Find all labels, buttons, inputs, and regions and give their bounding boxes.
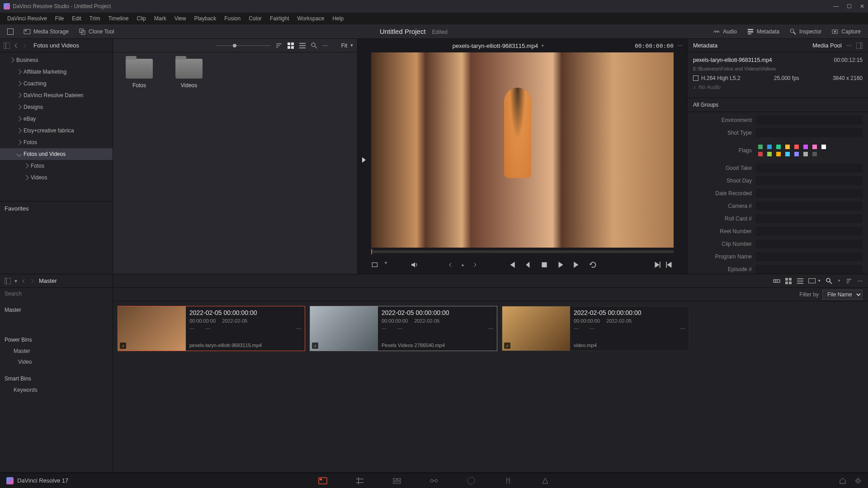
filter-dropdown[interactable]: File Name: [822, 290, 863, 300]
deliver-page-icon[interactable]: [540, 476, 550, 486]
flag-swatch[interactable]: [785, 152, 790, 156]
nav-back-icon[interactable]: [13, 42, 19, 49]
meta-value[interactable]: [755, 214, 863, 223]
meta-value[interactable]: [755, 164, 863, 173]
tree-node-designs[interactable]: Designs: [0, 101, 113, 113]
tree-node-etsy-creative-fabrica[interactable]: Etsy+creative fabrica: [0, 125, 113, 136]
meta-value[interactable]: [755, 176, 863, 185]
chevron-down-icon[interactable]: ▼: [384, 261, 388, 269]
clone-tool-button[interactable]: Clone Tool: [76, 27, 117, 37]
menu-timeline[interactable]: Timeline: [104, 14, 132, 23]
menu-help[interactable]: Help: [329, 14, 347, 23]
meta-value[interactable]: [755, 143, 863, 158]
flag-swatch[interactable]: [767, 152, 772, 156]
clip-card[interactable]: ♪2022-02-05 00:00:00:0000:00:00:002022-0…: [310, 306, 497, 351]
flag-swatch[interactable]: [767, 145, 772, 149]
meta-value[interactable]: [755, 189, 863, 198]
tree-node-affiliate-marketing[interactable]: Affiliate Marketing: [0, 66, 113, 78]
menu-view[interactable]: View: [171, 14, 190, 23]
next-mark-icon[interactable]: [472, 262, 478, 267]
menu-davinci-resolve[interactable]: DaVinci Resolve: [4, 14, 51, 23]
clip-card[interactable]: ♪2022-02-05 00:00:00:0000:00:00:002022-0…: [502, 306, 689, 351]
flag-swatch[interactable]: [821, 152, 826, 156]
tree-node-ebay[interactable]: eBay: [0, 113, 113, 125]
pool-search-chevron-icon[interactable]: ▼: [837, 279, 841, 283]
close-icon[interactable]: ✕: [860, 3, 864, 9]
cut-page-icon[interactable]: [355, 476, 365, 486]
step-back-icon[interactable]: [524, 261, 532, 269]
home-icon[interactable]: [839, 477, 846, 484]
capture-button[interactable]: Capture: [829, 27, 863, 37]
pool-master-bin[interactable]: Master: [0, 304, 113, 316]
tree-node-videos[interactable]: Videos: [0, 172, 113, 183]
fit-dropdown[interactable]: Fit▼: [341, 42, 354, 49]
menu-edit[interactable]: Edit: [68, 14, 85, 23]
meta-more-icon[interactable]: ⋯: [846, 42, 852, 49]
flag-swatch[interactable]: [794, 152, 799, 156]
pool-layout-icon[interactable]: [5, 278, 11, 284]
media-storage-button[interactable]: Media Storage: [21, 27, 71, 37]
tree-node-fotos[interactable]: Fotos: [0, 160, 113, 172]
folder-fotos[interactable]: Fotos: [121, 59, 157, 267]
thumbnail-size-slider[interactable]: [217, 45, 271, 46]
loop-icon[interactable]: [589, 261, 597, 269]
insert-icon[interactable]: [665, 261, 674, 269]
minimize-icon[interactable]: —: [833, 3, 839, 9]
stop-icon[interactable]: [540, 261, 548, 269]
flag-swatch[interactable]: [776, 145, 781, 149]
list-view-icon[interactable]: [299, 42, 306, 49]
volume-icon[interactable]: [410, 261, 419, 269]
pool-more-icon[interactable]: ⋯: [857, 278, 863, 284]
menu-fusion[interactable]: Fusion: [221, 14, 244, 23]
panel-layout-icon[interactable]: [856, 42, 863, 49]
smart-bin-keywords[interactable]: Keywords: [0, 385, 113, 395]
menu-playback[interactable]: Playback: [190, 14, 220, 23]
prev-mark-icon[interactable]: [448, 262, 453, 267]
flag-swatch[interactable]: [758, 145, 763, 149]
gear-icon[interactable]: [854, 477, 862, 484]
match-frame-icon[interactable]: [653, 261, 661, 269]
pool-fwd-icon[interactable]: [30, 278, 35, 284]
flag-swatch[interactable]: [803, 152, 808, 156]
meta-value[interactable]: [755, 227, 863, 236]
flag-swatch[interactable]: [758, 152, 763, 156]
flag-swatch[interactable]: [785, 145, 790, 149]
edit-page-icon[interactable]: [392, 476, 402, 486]
pool-search-input[interactable]: [5, 291, 108, 297]
folder-videos[interactable]: Videos: [171, 59, 207, 267]
power-bin-video[interactable]: Video: [0, 357, 113, 367]
inspector-button[interactable]: Inspector: [787, 27, 824, 37]
pool-dropdown-icon[interactable]: ▾: [14, 278, 17, 284]
flag-swatch[interactable]: [812, 152, 817, 156]
pool-list-view-icon[interactable]: [797, 277, 804, 285]
in-out-icon[interactable]: [371, 261, 379, 269]
menu-file[interactable]: File: [52, 14, 67, 23]
flag-swatch[interactable]: [821, 145, 826, 149]
tree-node-business[interactable]: Business: [0, 54, 113, 66]
flag-swatch[interactable]: [794, 145, 799, 149]
viewer-clip-name[interactable]: pexels-taryn-elliott-9683115.mp4▼: [453, 42, 544, 49]
search-icon[interactable]: [311, 42, 318, 49]
tree-node-fotos[interactable]: Fotos: [0, 136, 113, 148]
pool-grid-view-icon[interactable]: [785, 277, 792, 285]
power-bin-master[interactable]: Master: [0, 346, 113, 357]
viewer-more-icon[interactable]: ⋯: [677, 42, 683, 49]
flag-swatch[interactable]: [803, 145, 808, 149]
fusion-page-icon[interactable]: [429, 476, 439, 486]
menu-color[interactable]: Color: [245, 14, 265, 23]
flag-swatch[interactable]: [812, 145, 817, 149]
media-pool-tab[interactable]: Media Pool: [812, 42, 842, 49]
layout-toggle-button[interactable]: [5, 27, 16, 36]
tree-node-davinci-resolve-dateien[interactable]: DaVinci Resolve Dateien: [0, 89, 113, 101]
menu-trim[interactable]: Trim: [86, 14, 104, 23]
meta-value[interactable]: [755, 116, 863, 125]
pool-aspect-dropdown[interactable]: ▼: [808, 278, 821, 283]
meta-value[interactable]: [755, 252, 863, 261]
media-page-icon[interactable]: [318, 476, 328, 486]
tree-node-fotos-und-videos[interactable]: Fotos und Videos: [0, 148, 113, 160]
go-start-icon[interactable]: [508, 261, 516, 269]
pool-back-icon[interactable]: [21, 278, 26, 284]
clip-card[interactable]: ♪2022-02-05 00:00:00:0000:00:00:002022-0…: [118, 306, 305, 351]
fairlight-page-icon[interactable]: [503, 476, 513, 486]
play-icon[interactable]: [557, 261, 565, 269]
